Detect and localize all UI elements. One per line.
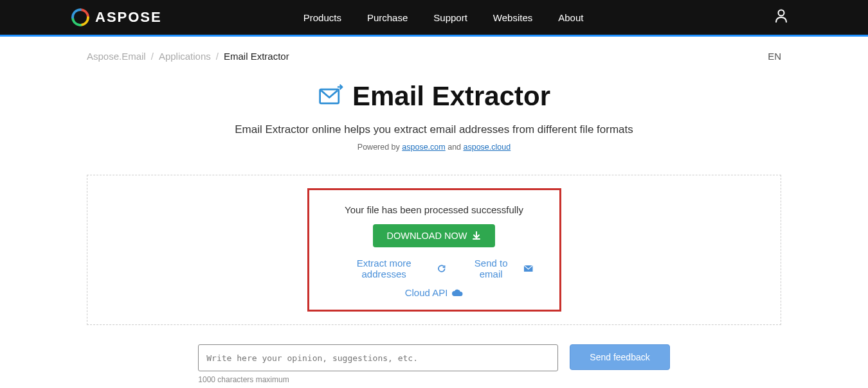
breadcrumb-item-2[interactable]: Applications [159, 51, 211, 62]
brand-name: ASPOSE [95, 9, 162, 26]
download-icon [472, 231, 481, 240]
envelope-icon [523, 265, 533, 272]
result-panel: Your file has been processed successfull… [307, 188, 561, 312]
cloud-api-link[interactable]: Cloud API [405, 287, 464, 298]
breadcrumb: Aspose.Email / Applications / Email Extr… [87, 37, 781, 68]
language-selector[interactable]: EN [768, 51, 781, 62]
aspose-cloud-link[interactable]: aspose.cloud [464, 143, 511, 152]
page-subtitle: Email Extractor online helps you extract… [87, 123, 781, 136]
main-nav: Products Purchase Support Websites About [303, 12, 584, 23]
refresh-icon [437, 264, 446, 273]
send-feedback-button[interactable]: Send feedback [570, 344, 669, 370]
feedback-input[interactable] [198, 344, 558, 371]
aspose-com-link[interactable]: aspose.com [402, 143, 445, 152]
svg-point-0 [779, 10, 784, 16]
user-account-button[interactable] [775, 9, 788, 26]
breadcrumb-current: Email Extractor [224, 51, 289, 62]
extract-more-link[interactable]: Extract more addresses [335, 258, 446, 279]
breadcrumb-item-1[interactable]: Aspose.Email [87, 51, 146, 62]
user-icon [775, 9, 788, 23]
dropzone[interactable]: Your file has been processed successfull… [87, 175, 781, 325]
nav-about[interactable]: About [558, 12, 583, 23]
page-title: Email Extractor [352, 81, 550, 112]
page-title-row: Email Extractor [87, 81, 781, 112]
cloud-icon [451, 289, 463, 297]
brand-logo[interactable]: ASPOSE [71, 8, 162, 27]
nav-websites[interactable]: Websites [493, 12, 532, 23]
send-to-email-link[interactable]: Send to email [462, 258, 533, 279]
feedback-hint: 1000 characters maximum [198, 375, 558, 384]
nav-products[interactable]: Products [303, 12, 341, 23]
nav-support[interactable]: Support [433, 12, 467, 23]
powered-by: Powered by aspose.com and aspose.cloud [87, 143, 781, 152]
success-message: Your file has been processed successfull… [335, 204, 534, 215]
aspose-logo-icon [71, 8, 90, 27]
top-header: ASPOSE Products Purchase Support Website… [0, 0, 868, 35]
download-button[interactable]: DOWNLOAD NOW [373, 224, 496, 247]
nav-purchase[interactable]: Purchase [367, 12, 408, 23]
feedback-row: 1000 characters maximum Send feedback [87, 344, 781, 384]
email-extractor-icon [318, 84, 343, 109]
